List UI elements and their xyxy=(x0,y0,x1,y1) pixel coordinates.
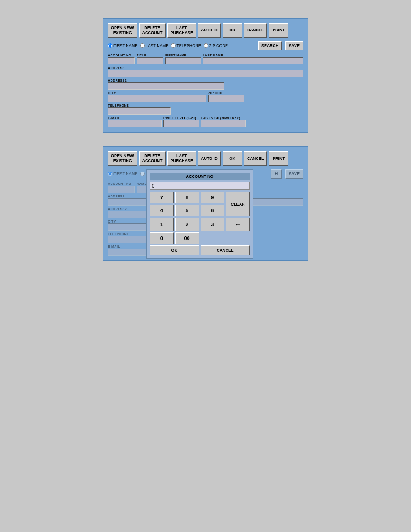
save-button-2[interactable]: SAVE xyxy=(285,169,303,179)
row-address2: ADDRESS2 xyxy=(108,79,303,90)
telephone-field: TELEPHONE xyxy=(108,104,171,115)
numpad-8[interactable]: 8 xyxy=(175,192,199,203)
cancel-button-2[interactable]: CANCEL xyxy=(244,151,267,166)
row-email-price-visit: E-MAIL PRICE LEVEL(0-20) LAST VISIT(MM/D… xyxy=(108,116,303,127)
city-field: CITY xyxy=(108,91,206,102)
numpad-7[interactable]: 7 xyxy=(150,192,174,203)
row-address: ADDRESS xyxy=(108,66,303,77)
acct-no-input[interactable] xyxy=(108,57,135,64)
open-new-existing-button[interactable]: OPEN NEW/ EXISTING xyxy=(108,23,137,38)
radio-first-name[interactable]: FIRST NAME xyxy=(108,43,137,48)
telephone-input[interactable] xyxy=(108,107,171,115)
search-button-2[interactable]: H xyxy=(271,169,282,179)
toolbar-2: OPEN NEW/ EXISTING DELETE ACCOUNT LAST P… xyxy=(108,151,303,166)
address2-field: ADDRESS2 xyxy=(108,79,224,90)
customer-form-panel-2: OPEN NEW/ EXISTING DELETE ACCOUNT LAST P… xyxy=(103,146,308,261)
radio-zip-code[interactable]: ZIP CODE xyxy=(204,43,228,48)
city-input[interactable] xyxy=(108,95,206,102)
last-visit-input[interactable] xyxy=(201,120,246,127)
numpad-1[interactable]: 1 xyxy=(150,218,174,231)
auto-id-button[interactable]: AUTO ID xyxy=(198,23,221,38)
open-new-existing-button-2[interactable]: OPEN NEW/ EXISTING xyxy=(108,151,137,166)
search-button[interactable]: SEARCH xyxy=(258,41,282,51)
email-field: E-MAIL xyxy=(108,116,162,127)
print-button[interactable]: PRINT xyxy=(269,23,288,38)
search-row-1: FIRST NAME LAST NAME TELEPHONE ZIP CODE … xyxy=(108,41,303,51)
last-visit-field: LAST VISIT(MM/DD/YY) xyxy=(201,116,303,127)
last-name-input[interactable] xyxy=(203,57,303,64)
numpad-2[interactable]: 2 xyxy=(175,218,199,231)
auto-id-button-2[interactable]: AUTO ID xyxy=(198,151,221,166)
zip-field: ZIP CODE xyxy=(208,91,303,102)
ok-button[interactable]: OK xyxy=(223,23,242,38)
numpad-9[interactable]: 9 xyxy=(201,192,225,203)
email-input[interactable] xyxy=(108,120,162,127)
row-city-zip: CITY ZIP CODE xyxy=(108,91,303,102)
zip-input[interactable] xyxy=(208,95,244,102)
save-button[interactable]: SAVE xyxy=(285,41,303,51)
numpad-cancel-button[interactable]: CANCEL xyxy=(201,245,250,255)
last-name-field: LAST NAME xyxy=(203,54,303,64)
title-input[interactable] xyxy=(137,57,163,64)
address2-input[interactable] xyxy=(108,82,224,90)
row-account-name: ACCOUNT NO TITLE FIRST NAME LAST NAME xyxy=(108,54,303,64)
numpad-5[interactable]: 5 xyxy=(175,205,199,216)
numpad-clear-button[interactable]: CLEAR xyxy=(226,192,250,216)
numpad-3[interactable]: 3 xyxy=(201,218,225,231)
acct-no-field: ACCOUNT NO xyxy=(108,54,135,64)
radio-first-name-2[interactable]: FIRST NAME xyxy=(108,172,137,176)
row-telephone: TELEPHONE xyxy=(108,104,303,115)
radio-last-name[interactable]: LAST NAME xyxy=(140,43,168,48)
numpad-popup: ACCOUNT NO 0 7 8 9 CLEAR 4 5 6 1 2 3 ← 0… xyxy=(146,169,253,259)
radio-telephone[interactable]: TELEPHONE xyxy=(171,43,201,48)
delete-account-button-2[interactable]: DELETE ACCOUNT xyxy=(139,151,166,166)
numpad-title: ACCOUNT NO xyxy=(150,173,250,180)
search-radio-group: FIRST NAME LAST NAME TELEPHONE ZIP CODE xyxy=(108,43,255,48)
title-field: TITLE xyxy=(137,54,163,64)
delete-account-button[interactable]: DELETE ACCOUNT xyxy=(139,23,166,38)
numpad-ok-button[interactable]: OK xyxy=(150,245,199,255)
numpad-0[interactable]: 0 xyxy=(150,232,174,244)
numpad-6[interactable]: 6 xyxy=(201,205,225,216)
numpad-display: 0 xyxy=(150,182,250,190)
first-name-input[interactable] xyxy=(165,57,201,64)
numpad-footer: OK CANCEL xyxy=(150,245,250,255)
numpad-00[interactable]: 00 xyxy=(175,232,199,244)
address-input[interactable] xyxy=(108,70,303,77)
toolbar-1: OPEN NEW/ EXISTING DELETE ACCOUNT LAST P… xyxy=(108,23,303,38)
numpad-4[interactable]: 4 xyxy=(150,205,174,216)
last-purchase-button[interactable]: LAST PURCHASE xyxy=(167,23,197,38)
cancel-button[interactable]: CANCEL xyxy=(244,23,267,38)
last-purchase-button-2[interactable]: LAST PURCHASE xyxy=(167,151,197,166)
price-level-field: PRICE LEVEL(0-20) xyxy=(163,116,199,127)
address-field: ADDRESS xyxy=(108,66,303,77)
print-button-2[interactable]: PRINT xyxy=(269,151,288,166)
form-fields-1: ACCOUNT NO TITLE FIRST NAME LAST NAME AD… xyxy=(108,54,303,127)
numpad-keypad: 7 8 9 CLEAR 4 5 6 1 2 3 ← 0 00 xyxy=(150,192,250,244)
first-name-field: FIRST NAME xyxy=(165,54,201,64)
ok-button-2[interactable]: OK xyxy=(223,151,242,166)
price-level-input[interactable] xyxy=(163,120,199,127)
acct-no-field-2: ACCOUNT NO xyxy=(108,182,135,193)
customer-form-panel-1: OPEN NEW/ EXISTING DELETE ACCOUNT LAST P… xyxy=(103,18,308,133)
numpad-backspace-button[interactable]: ← xyxy=(226,218,250,231)
acct-no-input-2[interactable] xyxy=(108,186,135,193)
